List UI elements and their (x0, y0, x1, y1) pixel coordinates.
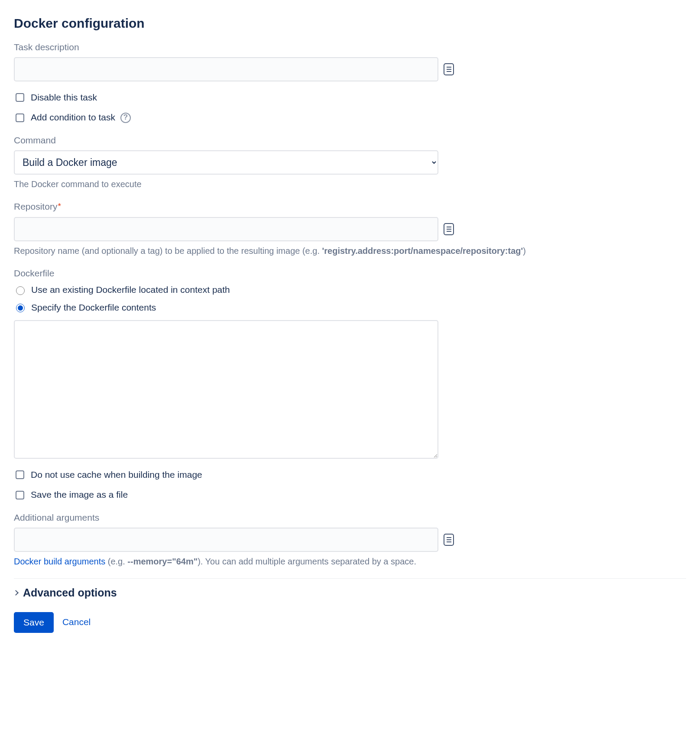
additional-args-helper: Docker build arguments (e.g. --memory="6… (14, 555, 686, 568)
add-condition-label[interactable]: Add condition to task (31, 111, 115, 124)
task-description-input[interactable] (14, 57, 438, 81)
variables-icon[interactable] (444, 534, 454, 546)
additional-args-label: Additional arguments (14, 511, 686, 524)
docker-build-args-link[interactable]: Docker build arguments (14, 557, 105, 566)
no-cache-checkbox[interactable] (16, 470, 24, 479)
no-cache-label[interactable]: Do not use cache when building the image (31, 468, 202, 481)
command-label: Command (14, 134, 686, 147)
command-helper: The Docker command to execute (14, 178, 686, 191)
help-icon[interactable]: ? (120, 113, 131, 123)
advanced-options-toggle[interactable]: Advanced options (14, 585, 686, 600)
chevron-right-icon (13, 590, 19, 596)
disable-task-checkbox[interactable] (16, 93, 24, 102)
dockerfile-existing-label[interactable]: Use an existing Dockerfile located in co… (31, 283, 230, 296)
dockerfile-existing-radio[interactable] (16, 286, 25, 295)
dockerfile-specify-label[interactable]: Specify the Dockerfile contents (31, 301, 156, 314)
command-select[interactable]: Build a Docker image (14, 150, 438, 175)
repository-input[interactable] (14, 217, 438, 241)
required-asterisk: * (58, 201, 61, 211)
dockerfile-specify-radio[interactable] (16, 304, 25, 312)
divider (14, 578, 686, 579)
dockerfile-label: Dockerfile (14, 267, 686, 280)
cancel-link[interactable]: Cancel (62, 616, 91, 629)
save-file-checkbox[interactable] (16, 491, 24, 499)
add-condition-checkbox[interactable] (16, 113, 24, 122)
advanced-options-label: Advanced options (23, 585, 117, 600)
dockerfile-contents-textarea[interactable] (14, 320, 438, 459)
repository-label: Repository* (14, 200, 686, 213)
variables-icon[interactable] (444, 63, 454, 75)
save-file-label[interactable]: Save the image as a file (31, 488, 128, 501)
save-button[interactable]: Save (14, 612, 54, 633)
disable-task-label[interactable]: Disable this task (31, 91, 97, 104)
variables-icon[interactable] (444, 223, 454, 235)
additional-args-input[interactable] (14, 528, 438, 552)
task-description-label: Task description (14, 41, 686, 54)
repository-helper: Repository name (and optionally a tag) t… (14, 245, 686, 257)
page-title: Docker configuration (14, 14, 686, 33)
